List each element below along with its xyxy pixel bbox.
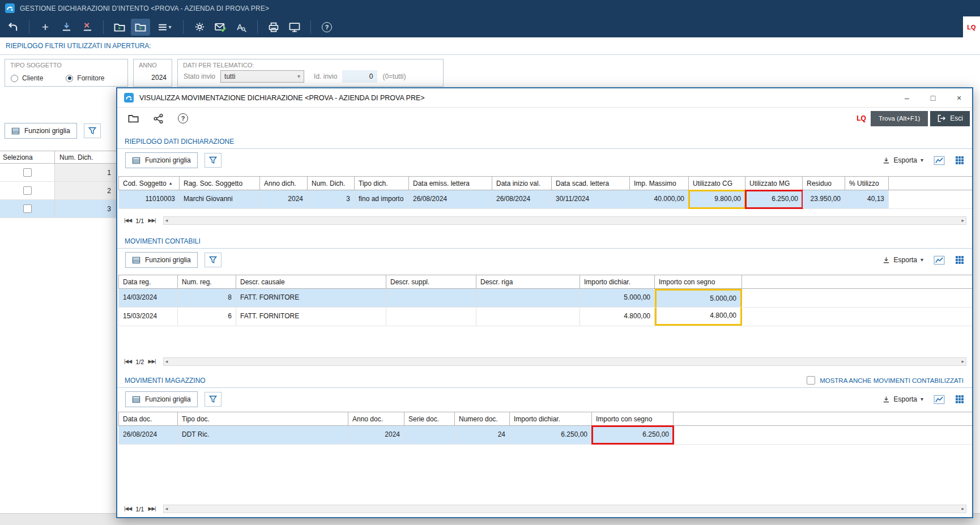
- column-header[interactable]: Tipo dich.: [355, 177, 409, 190]
- open-folder-button[interactable]: [110, 19, 129, 36]
- scroll-left-icon[interactable]: ◂: [165, 506, 168, 511]
- column-header[interactable]: Importo con segno: [592, 412, 674, 425]
- checkbox-icon[interactable]: [807, 376, 815, 385]
- grid-view-button[interactable]: [955, 156, 964, 165]
- column-header[interactable]: Data scad. lettera: [552, 177, 630, 190]
- undo-button[interactable]: [3, 19, 23, 36]
- radio-cliente[interactable]: Cliente: [11, 74, 43, 82]
- column-header[interactable]: Cod. Soggetto▲: [119, 177, 180, 190]
- scroll-right-icon[interactable]: ▸: [961, 359, 964, 364]
- print-button[interactable]: [264, 19, 283, 36]
- column-header[interactable]: Utilizzato CG: [689, 177, 745, 190]
- table-row-selected[interactable]: 3: [0, 200, 117, 218]
- column-header[interactable]: Importo con segno: [655, 275, 742, 288]
- grid-view-button[interactable]: [955, 395, 964, 404]
- modal-titlebar[interactable]: VISUALIZZA MOVIMENTAZIONE DICHIARAZIONE …: [117, 88, 972, 108]
- esci-button[interactable]: Esci: [930, 111, 970, 126]
- anno-value[interactable]: 2024: [151, 74, 167, 82]
- chart-view-button[interactable]: [934, 395, 945, 404]
- share-button[interactable]: [148, 110, 168, 127]
- column-header[interactable]: Anno doc.: [348, 412, 404, 425]
- first-page-button[interactable]: |◀◀: [124, 506, 131, 511]
- screen-preview-button[interactable]: [285, 19, 304, 36]
- funzioni-griglia-button[interactable]: Funzioni griglia: [5, 123, 77, 139]
- clear-selection-button[interactable]: [78, 19, 97, 36]
- table-row[interactable]: 1: [0, 164, 117, 182]
- open-button[interactable]: [123, 110, 143, 127]
- row-checkbox[interactable]: [23, 186, 32, 195]
- table-row-selected[interactable]: 26/08/2024 DDT Ric. 2024 24 6.250,00 6.2…: [118, 426, 972, 445]
- select-all-button[interactable]: [57, 19, 76, 36]
- esporta-button[interactable]: Esporta ▾: [882, 156, 923, 165]
- column-header[interactable]: Residuo: [803, 177, 845, 190]
- funzioni-griglia-button[interactable]: Funzioni griglia: [125, 252, 198, 268]
- maximize-button[interactable]: □: [920, 88, 946, 107]
- mostra-contabilizzati-checkbox[interactable]: MOSTRA ANCHE MOVIMENTI CONTABILIZZATI: [807, 376, 965, 385]
- help-button[interactable]: ?: [317, 19, 336, 36]
- filter-button[interactable]: [204, 392, 221, 407]
- column-header[interactable]: Importo dichiar.: [510, 412, 592, 425]
- column-header[interactable]: Data inizio val.: [492, 177, 552, 190]
- column-header[interactable]: Serie doc.: [404, 412, 455, 425]
- column-header[interactable]: Rag. Soc. Soggetto: [180, 177, 260, 190]
- menu-button[interactable]: ▾: [152, 19, 177, 36]
- column-header[interactable]: Descr. riga: [476, 275, 580, 288]
- column-header[interactable]: Tipo doc.: [178, 412, 348, 425]
- horizontal-scrollbar[interactable]: ◂ ▸: [163, 505, 966, 513]
- stato-invio-select[interactable]: tutti ▾: [220, 70, 304, 83]
- column-header-seleziona[interactable]: Seleziona: [0, 151, 55, 163]
- column-header[interactable]: Importo dichiar.: [580, 275, 655, 288]
- column-header[interactable]: Descr. suppl.: [386, 275, 476, 288]
- table-row-selected[interactable]: 14/03/2024 8 FATT. FORNITORE 5.000,00 5.…: [118, 289, 972, 308]
- funzioni-griglia-button[interactable]: Funzioni griglia: [125, 391, 198, 407]
- first-page-button[interactable]: |◀◀: [124, 218, 131, 223]
- grid-view-button[interactable]: [955, 255, 964, 264]
- last-page-button[interactable]: ▶▶|: [148, 359, 155, 364]
- main-titlebar[interactable]: GESTIONE DICHIARAZIONI D'INTENTO <PROVA …: [0, 0, 980, 16]
- scroll-right-icon[interactable]: ▸: [961, 218, 964, 223]
- scroll-left-icon[interactable]: ◂: [165, 218, 168, 223]
- column-header[interactable]: Data reg.: [119, 275, 178, 288]
- add-button[interactable]: +: [36, 19, 55, 36]
- last-page-button[interactable]: ▶▶|: [148, 218, 155, 223]
- filter-button[interactable]: [84, 123, 101, 138]
- esporta-button[interactable]: Esporta ▾: [882, 395, 923, 404]
- column-header[interactable]: Descr. causale: [236, 275, 386, 288]
- chart-view-button[interactable]: [934, 255, 945, 265]
- trova-button[interactable]: Trova (Alt+F1): [871, 111, 928, 126]
- column-header[interactable]: Num. reg.: [178, 275, 236, 288]
- open-folder-active-button[interactable]: [131, 19, 150, 36]
- funzioni-griglia-button[interactable]: Funzioni griglia: [125, 152, 198, 168]
- row-checkbox[interactable]: [23, 204, 32, 213]
- chart-view-button[interactable]: [934, 156, 945, 165]
- column-header[interactable]: % Utilizzo: [845, 177, 889, 190]
- row-checkbox[interactable]: [23, 168, 32, 177]
- table-row[interactable]: 15/03/2024 6 FATT. FORNITORE 4.800,00 4.…: [118, 308, 972, 326]
- mail-button[interactable]: [211, 19, 230, 36]
- last-page-button[interactable]: ▶▶|: [148, 506, 155, 511]
- scroll-left-icon[interactable]: ◂: [165, 359, 168, 364]
- table-row[interactable]: 2: [0, 182, 117, 200]
- column-header[interactable]: Imp. Massimo: [630, 177, 689, 190]
- pdf-tools-button[interactable]: A: [232, 19, 251, 36]
- settings-button[interactable]: [190, 19, 209, 36]
- scroll-right-icon[interactable]: ▸: [961, 506, 964, 511]
- help-button[interactable]: ?: [173, 110, 193, 127]
- horizontal-scrollbar[interactable]: ◂ ▸: [163, 216, 966, 225]
- filter-button[interactable]: [204, 153, 221, 168]
- column-header[interactable]: Numero doc.: [455, 412, 510, 425]
- horizontal-scrollbar[interactable]: ◂ ▸: [163, 357, 966, 366]
- column-header[interactable]: Anno dich.: [260, 177, 308, 190]
- first-page-button[interactable]: |◀◀: [124, 359, 131, 364]
- esporta-button[interactable]: Esporta ▾: [882, 256, 923, 264]
- radio-fornitore[interactable]: Fornitore: [66, 74, 104, 82]
- close-button[interactable]: ×: [946, 88, 972, 107]
- column-header[interactable]: Data emiss. lettera: [409, 177, 492, 190]
- column-header[interactable]: Num. Dich.: [308, 177, 355, 190]
- column-header[interactable]: Utilizzato MG: [745, 177, 803, 190]
- table-row-selected[interactable]: 11010003 Marchi Giovanni 2024 3 fino ad …: [118, 190, 972, 209]
- column-header-num-dich[interactable]: Num. Dich.: [55, 151, 117, 163]
- filter-button[interactable]: [204, 253, 221, 267]
- column-header[interactable]: Data doc.: [119, 412, 178, 425]
- id-invio-field[interactable]: 0: [342, 70, 377, 83]
